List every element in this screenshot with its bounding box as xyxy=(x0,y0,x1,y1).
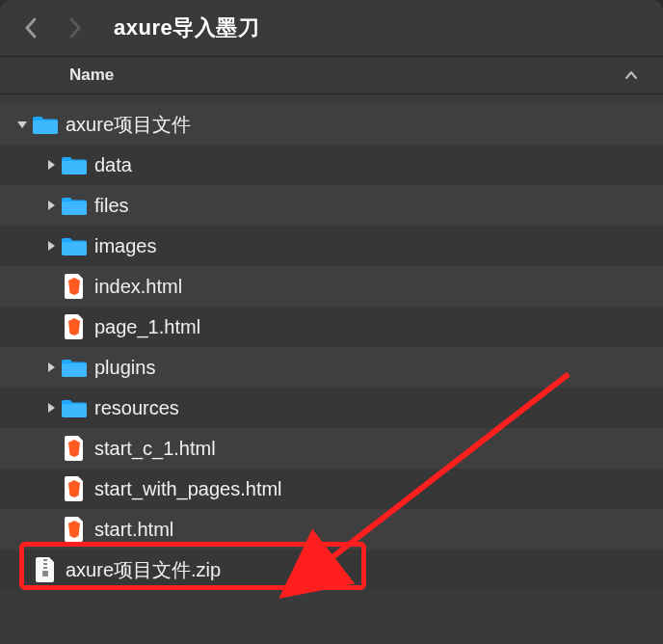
sort-indicator-icon xyxy=(623,67,640,84)
item-name: start_with_pages.html xyxy=(94,478,282,500)
svg-rect-9 xyxy=(62,363,87,377)
column-header[interactable]: Name xyxy=(0,56,663,94)
item-name: index.html xyxy=(94,276,182,298)
folder-row[interactable]: plugins xyxy=(0,347,663,388)
svg-marker-6 xyxy=(48,241,55,251)
folder-icon xyxy=(62,355,87,380)
window-title: axure导入墨刀 xyxy=(114,13,259,42)
folder-row[interactable]: data xyxy=(0,145,663,185)
disclosure-right-icon[interactable] xyxy=(42,197,60,214)
file-row[interactable]: page_1.html xyxy=(0,307,663,347)
html-file-icon xyxy=(62,314,87,339)
folder-row[interactable]: resources xyxy=(0,388,663,428)
svg-rect-15 xyxy=(42,571,48,577)
item-name: axure项目文件.zip xyxy=(66,557,221,583)
folder-icon xyxy=(62,233,87,258)
html-file-icon xyxy=(62,436,87,461)
file-row[interactable]: axure项目文件.zip xyxy=(0,550,663,590)
disclosure-right-icon[interactable] xyxy=(42,156,60,174)
item-name: images xyxy=(94,235,156,257)
item-name: start_c_1.html xyxy=(94,438,216,460)
item-name: files xyxy=(94,195,129,217)
folder-icon xyxy=(62,395,87,420)
forward-button[interactable] xyxy=(62,14,89,41)
svg-rect-1 xyxy=(33,121,58,134)
file-row[interactable]: index.html xyxy=(0,266,663,307)
folder-row[interactable]: axure项目文件 xyxy=(0,104,663,145)
column-name-label: Name xyxy=(69,66,623,85)
back-button[interactable] xyxy=(17,14,44,41)
disclosure-right-icon[interactable] xyxy=(42,359,60,376)
svg-rect-14 xyxy=(43,567,47,569)
folder-row[interactable]: files xyxy=(0,185,663,226)
svg-rect-5 xyxy=(62,201,87,215)
item-name: resources xyxy=(94,397,179,419)
zip-file-icon xyxy=(33,557,58,582)
html-file-icon xyxy=(62,274,87,299)
disclosure-right-icon[interactable] xyxy=(42,237,60,255)
svg-rect-13 xyxy=(43,563,47,565)
folder-row[interactable]: images xyxy=(0,226,663,266)
folder-icon xyxy=(62,152,87,177)
svg-marker-8 xyxy=(48,362,55,372)
item-name: page_1.html xyxy=(94,316,200,338)
titlebar: axure导入墨刀 xyxy=(0,0,663,56)
html-file-icon xyxy=(62,517,87,542)
svg-rect-7 xyxy=(62,242,87,255)
finder-window: axure导入墨刀 Name axure项目文件 data xyxy=(0,0,663,644)
svg-marker-10 xyxy=(48,403,55,413)
svg-rect-12 xyxy=(43,559,47,561)
svg-marker-0 xyxy=(17,121,27,128)
svg-marker-4 xyxy=(48,201,55,210)
html-file-icon xyxy=(62,476,87,501)
item-name: data xyxy=(94,154,132,176)
file-row[interactable]: start_c_1.html xyxy=(0,428,663,469)
item-name: start.html xyxy=(94,519,173,541)
svg-rect-11 xyxy=(62,404,87,417)
item-name: axure项目文件 xyxy=(66,112,191,138)
disclosure-down-icon[interactable] xyxy=(13,116,31,133)
disclosure-right-icon[interactable] xyxy=(42,399,60,416)
folder-icon xyxy=(33,112,58,137)
svg-rect-3 xyxy=(62,161,87,174)
svg-marker-2 xyxy=(48,160,55,170)
item-name: plugins xyxy=(94,357,155,379)
file-list: axure项目文件 data files xyxy=(0,94,663,644)
file-row[interactable]: start_with_pages.html xyxy=(0,469,663,509)
folder-icon xyxy=(62,193,87,218)
file-row[interactable]: start.html xyxy=(0,509,663,550)
